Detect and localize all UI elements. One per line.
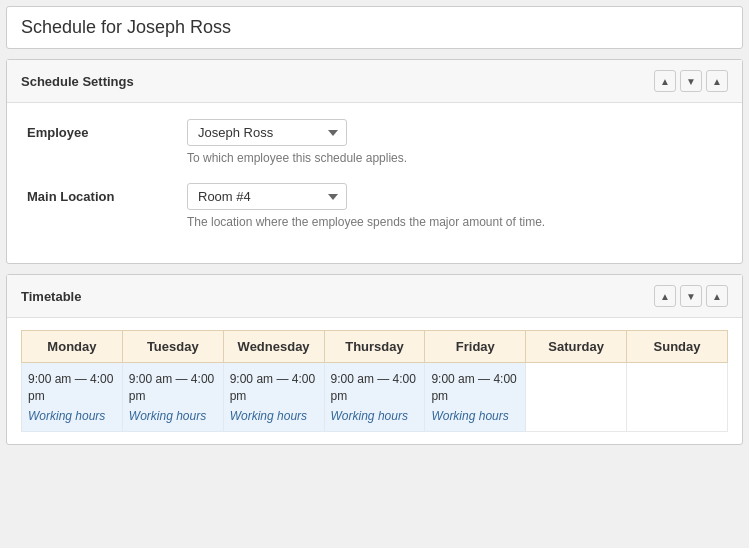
tuesday-time: 9:00 am — 4:00 pm (129, 371, 217, 405)
timetable-controls: ▲ ▼ ▲ (654, 285, 728, 307)
monday-time: 9:00 am — 4:00 pm (28, 371, 116, 405)
timetable-header-row: Monday Tuesday Wednesday Thursday Friday… (22, 331, 728, 363)
timetable-up-button[interactable]: ▲ (654, 285, 676, 307)
wednesday-label: Working hours (230, 409, 318, 423)
col-friday: Friday (425, 331, 526, 363)
timetable-collapse-button[interactable]: ▲ (706, 285, 728, 307)
employee-field: Joseph Ross To which employee this sched… (187, 119, 722, 165)
page-wrapper: Schedule for Joseph Ross Schedule Settin… (0, 0, 749, 461)
cell-thursday: 9:00 am — 4:00 pm Working hours (324, 363, 425, 432)
col-saturday: Saturday (526, 331, 627, 363)
friday-time: 9:00 am — 4:00 pm (431, 371, 519, 405)
schedule-settings-header: Schedule Settings ▲ ▼ ▲ (7, 60, 742, 103)
cell-saturday (526, 363, 627, 432)
thursday-time: 9:00 am — 4:00 pm (331, 371, 419, 405)
cell-monday: 9:00 am — 4:00 pm Working hours (22, 363, 123, 432)
schedule-settings-title: Schedule Settings (21, 74, 134, 89)
col-wednesday: Wednesday (223, 331, 324, 363)
timetable-header: Timetable ▲ ▼ ▲ (7, 275, 742, 318)
employee-row: Employee Joseph Ross To which employee t… (27, 119, 722, 165)
schedule-settings-card: Schedule Settings ▲ ▼ ▲ Employee Joseph … (6, 59, 743, 264)
schedule-settings-collapse-button[interactable]: ▲ (706, 70, 728, 92)
location-label: Main Location (27, 183, 187, 204)
page-title: Schedule for Joseph Ross (21, 17, 728, 38)
cell-friday: 9:00 am — 4:00 pm Working hours (425, 363, 526, 432)
col-tuesday: Tuesday (122, 331, 223, 363)
cell-wednesday: 9:00 am — 4:00 pm Working hours (223, 363, 324, 432)
cell-sunday (627, 363, 728, 432)
wednesday-time: 9:00 am — 4:00 pm (230, 371, 318, 405)
tuesday-label: Working hours (129, 409, 217, 423)
schedule-settings-body: Employee Joseph Ross To which employee t… (7, 103, 742, 263)
schedule-settings-controls: ▲ ▼ ▲ (654, 70, 728, 92)
timetable-down-button[interactable]: ▼ (680, 285, 702, 307)
page-title-bar: Schedule for Joseph Ross (6, 6, 743, 49)
timetable-table: Monday Tuesday Wednesday Thursday Friday… (21, 330, 728, 432)
location-row: Main Location Room #4 The location where… (27, 183, 722, 229)
schedule-settings-down-button[interactable]: ▼ (680, 70, 702, 92)
col-sunday: Sunday (627, 331, 728, 363)
table-row: 9:00 am — 4:00 pm Working hours 9:00 am … (22, 363, 728, 432)
col-monday: Monday (22, 331, 123, 363)
schedule-settings-up-button[interactable]: ▲ (654, 70, 676, 92)
timetable-card: Timetable ▲ ▼ ▲ Monday Tuesday Wednesday… (6, 274, 743, 445)
col-thursday: Thursday (324, 331, 425, 363)
employee-select[interactable]: Joseph Ross (187, 119, 347, 146)
employee-label: Employee (27, 119, 187, 140)
friday-label: Working hours (431, 409, 519, 423)
monday-label: Working hours (28, 409, 116, 423)
location-select[interactable]: Room #4 (187, 183, 347, 210)
cell-tuesday: 9:00 am — 4:00 pm Working hours (122, 363, 223, 432)
timetable-wrapper: Monday Tuesday Wednesday Thursday Friday… (7, 318, 742, 444)
thursday-label: Working hours (331, 409, 419, 423)
employee-hint: To which employee this schedule applies. (187, 151, 722, 165)
timetable-title: Timetable (21, 289, 81, 304)
location-hint: The location where the employee spends t… (187, 215, 722, 229)
location-field: Room #4 The location where the employee … (187, 183, 722, 229)
